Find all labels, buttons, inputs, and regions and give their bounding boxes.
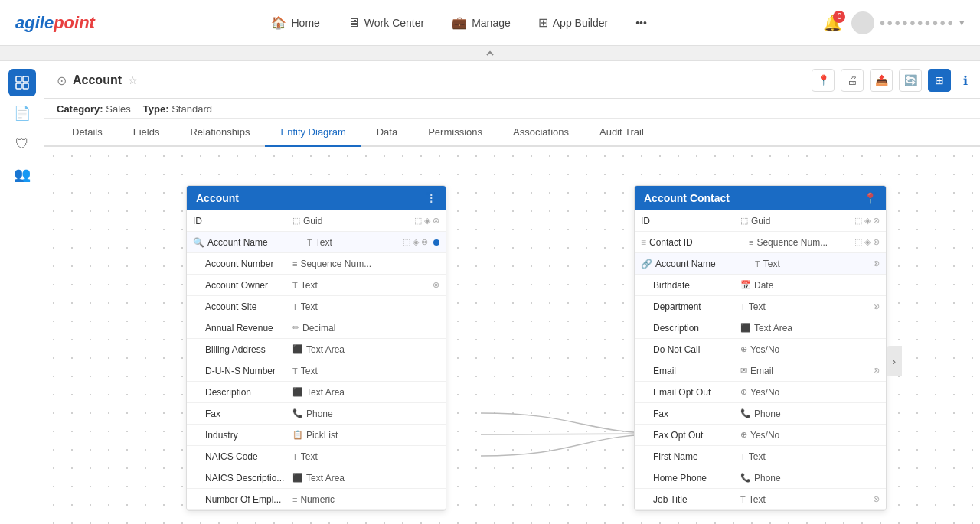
tab-details[interactable]: Details <box>57 119 118 147</box>
notification-bell[interactable]: 🔔 0 <box>823 14 842 32</box>
export-pdf-button[interactable]: 🖨 <box>841 69 864 92</box>
nav-home[interactable]: 🏠 Home <box>260 9 330 36</box>
tab-associations[interactable]: Associations <box>498 119 584 147</box>
table-row: NAICS Code T Text <box>187 446 446 467</box>
chevron-up-icon <box>484 47 496 60</box>
table-row: Account Site T Text <box>187 296 446 317</box>
tab-relationships[interactable]: Relationships <box>175 119 265 147</box>
page-title-row: ⊙ Account ☆ <box>57 73 138 88</box>
back-button[interactable]: ⊙ <box>57 73 67 88</box>
table-row: Number Of Empl... ≡ Numeric <box>187 489 446 510</box>
collapse-bar[interactable] <box>0 46 980 61</box>
grid-view-button[interactable]: ⊞ <box>928 69 951 92</box>
type-value: Standard <box>172 103 212 115</box>
text-icon: T <box>307 238 312 247</box>
table-row: ≡ Contact ID ≡ Sequence Num... ⬚◈⊗ <box>635 232 886 253</box>
top-nav: agilepoint 🏠 Home 🖥 Work Center 💼 Manage… <box>0 0 980 46</box>
refresh-button[interactable]: 🔄 <box>899 69 922 92</box>
nav-appbuilder[interactable]: ⊞ App Builder <box>528 9 619 36</box>
nav-items: 🏠 Home 🖥 Work Center 💼 Manage ⊞ App Buil… <box>118 9 801 36</box>
main-layout: 📄 🛡 👥 ⊙ Account ☆ 📍 🖨 📤 🔄 ⊞ ℹ <box>0 61 980 524</box>
appbuilder-icon: ⊞ <box>538 15 548 30</box>
account-table-header: Account ⋮ <box>187 186 446 210</box>
table-row: NAICS Descriptio... ⬛ Text Area <box>187 467 446 489</box>
favorite-icon[interactable]: ☆ <box>128 74 138 86</box>
avatar <box>851 11 874 34</box>
workcenter-icon: 🖥 <box>348 16 360 30</box>
svg-rect-2 <box>16 83 21 89</box>
chevron-down-icon: ▾ <box>959 17 965 28</box>
info-icon[interactable]: ℹ <box>963 73 968 88</box>
guid-icon: ⬚ <box>292 216 300 226</box>
diagram-area[interactable]: Account ⋮ ID ⬚ Guid ⬚◈⊗ <box>44 147 980 524</box>
nav-home-label: Home <box>291 17 319 29</box>
tab-fields[interactable]: Fields <box>118 119 175 147</box>
tab-entity-diagram[interactable]: Entity Diagram <box>265 119 361 147</box>
table-row: Home Phone 📞 Phone <box>635 467 886 489</box>
table-row: Description ⬛ Text Area <box>635 317 886 339</box>
table-row: Annual Revenue ✏ Decimal <box>187 317 446 339</box>
header-actions: 📍 🖨 📤 🔄 ⊞ ℹ <box>812 69 968 92</box>
table-row: Email Opt Out ⊕ Yes/No <box>635 382 886 403</box>
table-row: D-U-N-S Number T Text <box>187 360 446 382</box>
sidebar-item-security[interactable]: 🛡 <box>8 130 36 158</box>
meta-row: Category: Sales Type: Standard <box>44 99 980 119</box>
tab-permissions[interactable]: Permissions <box>413 119 498 147</box>
sidebar-item-docs[interactable]: 📄 <box>8 99 36 127</box>
type-meta: Type: Standard <box>143 103 212 115</box>
table-row: 🔗 Account Name T Text ⊗ <box>635 253 886 275</box>
table-row: Email ✉ Email ⊗ <box>635 360 886 382</box>
tabs-row: Details Fields Relationships Entity Diag… <box>44 119 980 147</box>
table-row: Billing Address ⬛ Text Area <box>187 339 446 360</box>
table-row: 🔍 Account Name T Text ⬚◈⊗ <box>187 232 446 253</box>
nav-manage-label: Manage <box>472 17 511 29</box>
manage-icon: 💼 <box>452 15 467 30</box>
table-row: Job Title T Text ⊗ <box>635 489 886 510</box>
shield-icon: 🛡 <box>15 136 29 152</box>
nav-manage[interactable]: 💼 Manage <box>441 9 521 36</box>
diagram-canvas: Account ⋮ ID ⬚ Guid ⬚◈⊗ <box>60 162 902 524</box>
table-row: Description ⬛ Text Area <box>187 382 446 403</box>
location-button[interactable]: 📍 <box>812 69 835 92</box>
user-name: ●●●●●●●●●● <box>879 17 955 28</box>
category-value: Sales <box>106 103 131 115</box>
svg-rect-0 <box>16 76 21 82</box>
nav-workcenter-label: Work Center <box>364 17 424 29</box>
chevron-right-icon: › <box>893 356 896 367</box>
search-icon: 🔍 <box>193 237 204 248</box>
svg-rect-3 <box>23 83 28 89</box>
page-title: Account <box>73 73 122 87</box>
table-row: Birthdate 📅 Date <box>635 275 886 296</box>
logo: agilepoint <box>15 13 95 33</box>
left-sidebar: 📄 🛡 👥 <box>0 61 44 524</box>
sidebar-item-users[interactable]: 👥 <box>8 161 36 188</box>
contact-table-title: Account Contact <box>644 192 730 204</box>
category-label: Category: <box>57 103 103 115</box>
user-menu[interactable]: ●●●●●●●●●● ▾ <box>851 11 965 34</box>
account-entity-table: Account ⋮ ID ⬚ Guid ⬚◈⊗ <box>186 185 446 511</box>
table-row: Account Owner T Text ⊗ <box>187 275 446 296</box>
account-contact-entity-table: Account Contact 📍 ID ⬚ Guid ⬚◈⊗ <box>634 185 887 511</box>
tab-audit-trail[interactable]: Audit Trail <box>584 119 659 147</box>
docs-icon: 📄 <box>14 105 31 122</box>
entity-icon <box>15 76 29 90</box>
page-header: ⊙ Account ☆ 📍 🖨 📤 🔄 ⊞ ℹ <box>44 61 980 99</box>
account-table-menu[interactable]: ⋮ <box>426 192 436 204</box>
category-meta: Category: Sales <box>57 103 131 115</box>
table-row: Do Not Call ⊕ Yes/No <box>635 339 886 360</box>
location-pin-icon: 📍 <box>864 192 877 204</box>
table-row: Department T Text ⊗ <box>635 296 886 317</box>
sidebar-item-entity[interactable] <box>8 69 36 96</box>
type-label: Type: <box>143 103 169 115</box>
nav-more[interactable]: ••• <box>625 11 658 35</box>
home-icon: 🏠 <box>271 15 286 30</box>
nav-workcenter[interactable]: 🖥 Work Center <box>337 10 435 36</box>
nav-appbuilder-label: App Builder <box>553 17 608 29</box>
table-row: Fax Opt Out ⊕ Yes/No <box>635 425 886 446</box>
tab-data[interactable]: Data <box>361 119 413 147</box>
table-row: Fax 📞 Phone <box>635 403 886 425</box>
svg-rect-1 <box>23 76 28 82</box>
right-panel-toggle[interactable]: › <box>887 346 902 376</box>
users-icon: 👥 <box>14 166 31 183</box>
export-button[interactable]: 📤 <box>870 69 893 92</box>
